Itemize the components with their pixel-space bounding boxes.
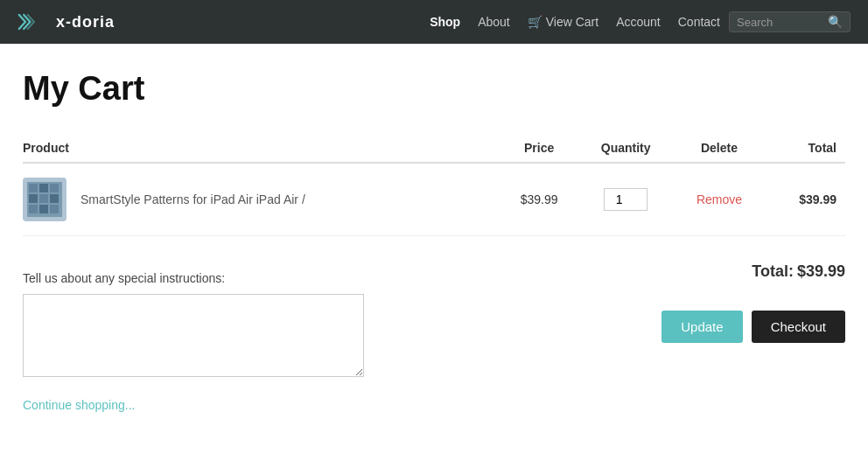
nav-contact[interactable]: Contact xyxy=(678,15,720,29)
special-instructions-label: Tell us about any special instructions: xyxy=(23,271,662,285)
left-bottom: Tell us about any special instructions: … xyxy=(23,262,662,413)
nav-viewcart[interactable]: 🛒 View Cart xyxy=(528,15,598,29)
main-content: My Cart Product Price Quantity Delete To… xyxy=(5,44,863,448)
bottom-section: Tell us about any special instructions: … xyxy=(23,262,845,413)
svg-rect-1 xyxy=(29,184,38,192)
table-header-row: Product Price Quantity Delete Total xyxy=(23,134,845,163)
page-title: My Cart xyxy=(23,70,845,108)
nav-account[interactable]: Account xyxy=(616,15,661,29)
product-price: $39.99 xyxy=(505,163,582,236)
logo-icon xyxy=(18,13,49,31)
nav-shop[interactable]: Shop xyxy=(430,15,460,29)
svg-rect-3 xyxy=(50,184,59,192)
product-total: $39.99 xyxy=(768,163,845,236)
svg-rect-2 xyxy=(39,184,48,192)
product-thumbnail xyxy=(23,178,66,221)
update-button[interactable]: Update xyxy=(662,311,742,343)
site-header: x-doria Shop About 🛒 View Cart Account C… xyxy=(0,0,868,44)
product-delete-cell: Remove xyxy=(679,163,769,236)
search-input[interactable] xyxy=(737,16,824,29)
logo-area[interactable]: x-doria xyxy=(18,13,115,31)
main-nav: Shop About 🛒 View Cart Account Contact xyxy=(430,15,720,29)
product-quantity-cell xyxy=(582,163,679,236)
svg-rect-6 xyxy=(50,194,59,203)
quantity-input[interactable] xyxy=(604,188,648,211)
search-button[interactable]: 🔍 xyxy=(828,15,843,29)
logo-text: x-doria xyxy=(56,13,115,31)
remove-button[interactable]: Remove xyxy=(696,192,742,206)
total-label: Total: xyxy=(752,262,794,281)
svg-rect-9 xyxy=(50,205,59,213)
special-instructions-textarea[interactable] xyxy=(23,294,364,377)
svg-rect-7 xyxy=(29,205,38,213)
search-icon: 🔍 xyxy=(828,15,843,29)
cart-actions: Update Checkout xyxy=(662,311,845,343)
product-name: SmartStyle Patterns for iPad Air iPad Ai… xyxy=(80,192,305,206)
continue-shopping-link[interactable]: Continue shopping... xyxy=(23,398,135,412)
cart-table: Product Price Quantity Delete Total xyxy=(23,134,845,236)
svg-rect-8 xyxy=(39,205,48,213)
cart-icon: 🛒 xyxy=(528,15,542,29)
total-value: $39.99 xyxy=(797,262,845,281)
product-cell: SmartStyle Patterns for iPad Air iPad Ai… xyxy=(23,163,505,236)
right-bottom: Total: $39.99 Update Checkout xyxy=(662,262,845,369)
special-instructions: Tell us about any special instructions: xyxy=(23,271,662,381)
col-header-quantity: Quantity xyxy=(582,134,679,163)
svg-rect-4 xyxy=(29,194,38,203)
checkout-button[interactable]: Checkout xyxy=(752,311,845,343)
col-header-price: Price xyxy=(505,134,582,163)
col-header-total: Total xyxy=(768,134,845,163)
col-header-delete: Delete xyxy=(679,134,769,163)
search-box: 🔍 xyxy=(729,11,850,32)
svg-rect-5 xyxy=(39,194,48,203)
nav-about[interactable]: About xyxy=(478,15,510,29)
cart-summary: Total: $39.99 xyxy=(752,262,845,281)
table-row: SmartStyle Patterns for iPad Air iPad Ai… xyxy=(23,163,845,236)
col-header-product: Product xyxy=(23,134,505,163)
